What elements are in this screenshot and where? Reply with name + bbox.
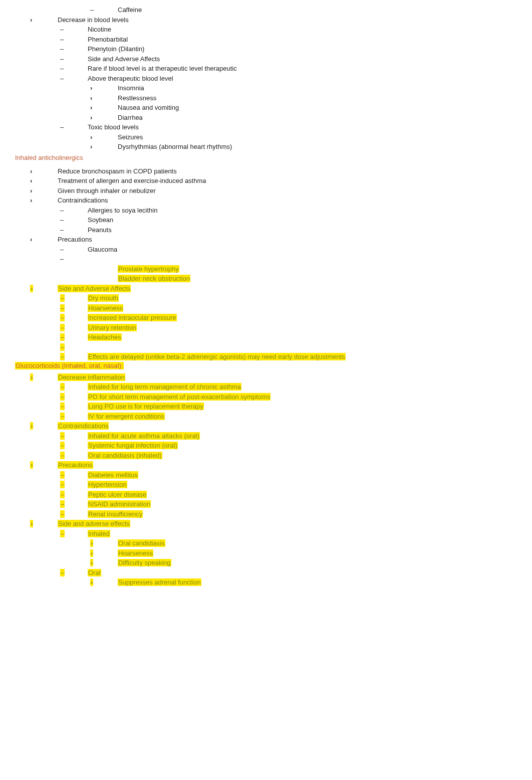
list-item: PO for short term management of post-exa… — [15, 392, 517, 402]
list-item: Hypertension — [15, 480, 517, 490]
dash-icon — [60, 122, 88, 132]
list-item-text: Glaucoma — [88, 245, 517, 255]
dash-icon — [60, 44, 88, 54]
dash-icon — [60, 215, 88, 225]
dash-icon — [60, 323, 88, 333]
list-item — [15, 254, 517, 264]
list-item-text: Increased intraocular pressure — [88, 313, 517, 323]
list-item: Inhaled for acute asthma attacks (oral) — [15, 431, 517, 441]
list-item: Urinary retention — [15, 323, 517, 333]
chevron-icon — [30, 519, 58, 529]
dash-icon — [60, 490, 88, 500]
list-item: Contraindications — [15, 196, 517, 206]
dash-icon — [60, 25, 88, 35]
list-item-text: Side and adverse effects — [58, 519, 517, 529]
list-item: IV for emergent conditions — [15, 412, 517, 422]
dash-icon — [90, 5, 118, 15]
list-item-text: Difficulty speaking — [118, 558, 517, 568]
dash-icon — [60, 509, 88, 519]
list-item-text: Treatment of allergen and exercise-induc… — [58, 176, 517, 186]
chevron-icon — [30, 421, 58, 431]
list-item: Peptic ulcer disease — [15, 490, 517, 500]
list-item-text: Oral candidiasis (inhaled) — [88, 451, 517, 461]
chevron-icon — [90, 142, 118, 152]
list-item-text: Nicotine — [88, 25, 517, 35]
chevron-icon — [90, 577, 118, 588]
list-item-text: Urinary retention — [88, 323, 517, 333]
list-item-text: Given through inhaler or nebulizer — [58, 186, 517, 196]
dash-icon — [60, 529, 88, 539]
list-item: Restlessness — [15, 93, 517, 103]
document-page: CaffeineDecrease in blood levelsNicotine… — [0, 0, 532, 608]
list-item-text: Oral — [88, 568, 517, 578]
dash-icon — [60, 392, 88, 402]
dash-icon — [60, 441, 88, 451]
list-item: Diarrhea — [15, 113, 517, 123]
list-item: Precautions — [15, 460, 517, 470]
list-item: Difficulty speaking — [15, 558, 517, 568]
chevron-icon — [90, 548, 118, 558]
list-item-text: Reduce bronchospasm in COPD patients — [58, 166, 517, 176]
list-item-text: Decrease inflammation — [58, 372, 517, 382]
list-item: Above therapeutic blood level — [15, 74, 517, 84]
list-item: Side and Adverse Affects — [15, 54, 517, 64]
chevron-icon — [90, 113, 118, 123]
list-item-text: Hypertension — [88, 480, 517, 490]
chevron-icon — [90, 103, 118, 113]
list-item-text: IV for emergent conditions — [88, 412, 517, 422]
list-item: Oral candidiasis — [15, 538, 517, 548]
dash-icon — [60, 313, 88, 323]
dash-icon — [60, 303, 88, 313]
list-item: Contraindications — [15, 421, 517, 431]
list-item: Increased intraocular pressure — [15, 313, 517, 323]
dash-icon — [60, 342, 88, 352]
list-item-text: Precautions — [58, 235, 517, 245]
list-item-text: Dry mouth — [88, 293, 517, 303]
list-item: Side and Adverse Affects — [15, 284, 517, 294]
dash-icon — [60, 568, 88, 578]
list-item: Diabetes mellitus — [15, 470, 517, 480]
list-item-text: Decrease in blood levels — [58, 15, 517, 25]
list-item-text: Contraindications — [58, 196, 517, 206]
list-item-text: Systemic fungal infection (oral) — [88, 441, 517, 451]
section-2-list: Reduce bronchospasm in COPD patientsTrea… — [15, 166, 517, 264]
list-item-text: Insomnia — [118, 83, 517, 93]
list-item: Allergies to soya lecithin — [15, 206, 517, 216]
list-item: Systemic fungal infection (oral) — [15, 441, 517, 451]
list-item: Rare if blood level is at therapeutic le… — [15, 64, 517, 74]
dash-icon — [60, 293, 88, 303]
list-item-text: Contraindications — [58, 421, 517, 431]
highlighted-section-1: Prostate hypertrophyBladder neck obstruc… — [15, 264, 517, 362]
heading-inhaled-anticholinergics: Inhaled anticholinergics — [15, 154, 517, 161]
chevron-icon — [30, 15, 58, 25]
chevron-icon — [30, 284, 58, 294]
list-item: Headaches — [15, 332, 517, 342]
chevron-icon — [30, 196, 58, 206]
list-item-text: Restlessness — [118, 93, 517, 103]
list-item-text: Peanuts — [88, 225, 517, 235]
list-item: Reduce bronchospasm in COPD patients — [15, 166, 517, 176]
dash-icon — [60, 402, 88, 412]
highlighted-section-2: Decrease inflammationInhaled for long te… — [15, 372, 517, 588]
list-item: Toxic blood levels — [15, 122, 517, 132]
list-item: Renal insufficiency — [15, 509, 517, 519]
list-item-text: Side and Adverse Affects — [58, 284, 517, 294]
list-item-text: Effects are delayed (unlike beta-2 adren… — [88, 352, 517, 362]
list-item: Nicotine — [15, 25, 517, 35]
list-item: Peanuts — [15, 225, 517, 235]
list-item-text: Suppresses adrenal function — [118, 577, 517, 588]
list-item: Inhaled for long term management of chro… — [15, 382, 517, 392]
list-item-text: Prostate hypertrophy — [118, 264, 517, 274]
list-item: Side and adverse effects — [15, 519, 517, 529]
list-item: NSAID administration — [15, 499, 517, 509]
dash-icon — [60, 254, 88, 264]
list-item: Given through inhaler or nebulizer — [15, 186, 517, 196]
dash-icon — [60, 206, 88, 216]
list-item-text: Seizures — [118, 132, 517, 142]
list-item-text: Rare if blood level is at therapeutic le… — [88, 64, 517, 74]
list-item-text: Dysrhythmias (abnormal heart rhythms) — [118, 142, 517, 152]
list-item: Effects are delayed (unlike beta-2 adren… — [15, 352, 517, 362]
heading-glucocorticoids: Glucocorticoids (Inhaled, oral, nasal): — [15, 362, 517, 369]
dash-icon — [60, 470, 88, 480]
chevron-icon — [90, 538, 118, 548]
